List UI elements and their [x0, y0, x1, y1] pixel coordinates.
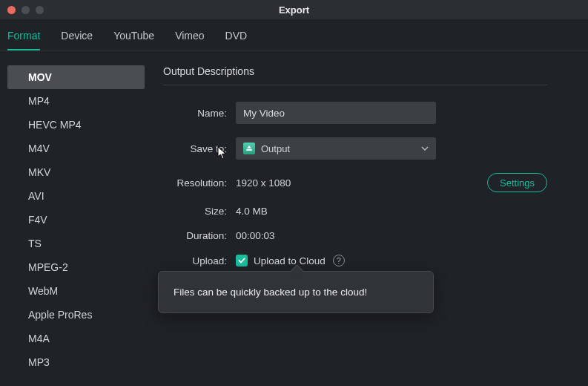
minimize-window-button[interactable] [22, 6, 30, 14]
close-window-button[interactable] [7, 6, 16, 14]
format-item-hevc-mp4[interactable]: HEVC MP4 [7, 113, 145, 137]
folder-drive-icon [243, 143, 255, 154]
pane-heading: Output Descriptions [163, 65, 547, 85]
svg-rect-0 [246, 149, 252, 151]
window-controls [0, 6, 44, 14]
format-item-avi[interactable]: AVI [7, 184, 145, 208]
tab-youtube[interactable]: YouTube [113, 27, 154, 50]
size-value: 4.0 MB [236, 206, 268, 217]
format-item-m4a[interactable]: M4A [7, 327, 145, 350]
format-item-mpeg2[interactable]: MPEG-2 [7, 255, 145, 279]
maximize-window-button[interactable] [36, 6, 44, 14]
output-settings-pane: Output Descriptions Name: Save to: Outpu… [145, 65, 588, 374]
format-list: MOV MP4 HEVC MP4 M4V MKV AVI F4V TS MPEG… [7, 65, 145, 374]
tab-dvd[interactable]: DVD [225, 27, 248, 50]
size-label: Size: [163, 206, 236, 217]
settings-button[interactable]: Settings [487, 173, 547, 192]
saveto-value: Output [261, 143, 290, 154]
saveto-dropdown[interactable]: Output [236, 137, 436, 160]
upload-checkbox[interactable] [236, 255, 248, 266]
tab-device[interactable]: Device [61, 27, 93, 50]
upload-checkbox-label: Upload to Cloud [254, 255, 326, 266]
saveto-label: Save to: [163, 143, 236, 154]
export-destination-tabs: Format Device YouTube Vimeo DVD [0, 19, 588, 50]
resolution-label: Resolution: [163, 177, 236, 189]
upload-tooltip: Files can be quickly backed up to the cl… [158, 271, 434, 313]
tab-vimeo[interactable]: Vimeo [175, 27, 204, 50]
upload-label: Upload: [163, 255, 236, 266]
titlebar: Export [0, 0, 588, 19]
format-item-mp4[interactable]: MP4 [7, 89, 145, 113]
name-label: Name: [163, 108, 236, 119]
window-title: Export [0, 4, 588, 16]
format-item-mp3[interactable]: MP3 [7, 350, 145, 374]
duration-label: Duration: [163, 230, 236, 241]
format-item-m4v[interactable]: M4V [7, 137, 145, 160]
chevron-down-icon [421, 145, 429, 152]
format-item-ts[interactable]: TS [7, 232, 145, 255]
name-input[interactable] [236, 102, 436, 124]
duration-value: 00:00:03 [236, 230, 275, 241]
resolution-value: 1920 x 1080 [236, 177, 291, 189]
format-item-mov[interactable]: MOV [7, 65, 145, 89]
format-item-mkv[interactable]: MKV [7, 160, 145, 184]
format-item-webm[interactable]: WebM [7, 279, 145, 303]
format-item-prores[interactable]: Apple ProRes [7, 303, 145, 327]
format-item-f4v[interactable]: F4V [7, 208, 145, 232]
tab-format[interactable]: Format [7, 27, 40, 50]
help-icon[interactable]: ? [333, 255, 345, 266]
